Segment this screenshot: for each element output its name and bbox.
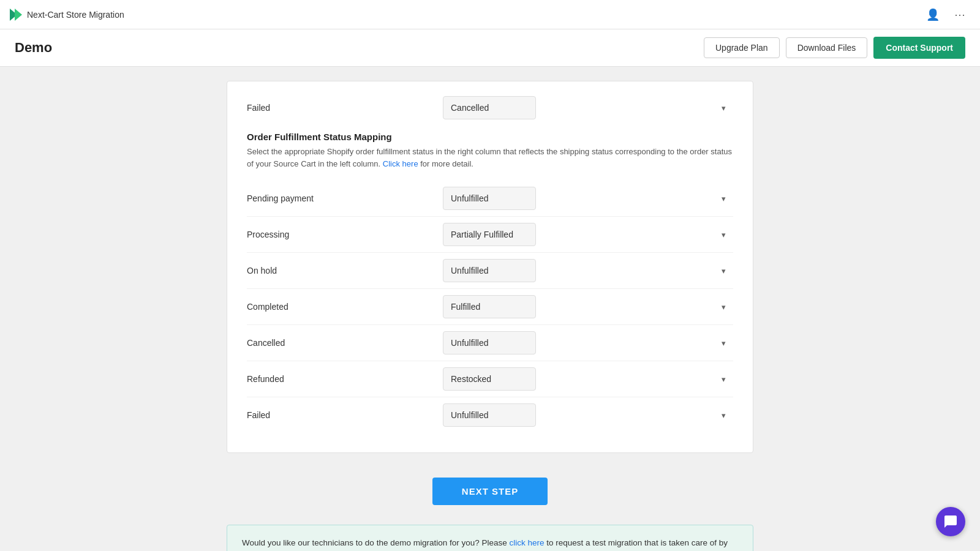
mapping-select-wrapper-pending-payment: Unfulfilled Partially Fulfilled Fulfille…	[443, 187, 733, 210]
fulfillment-section-header: Order Fulfillment Status Mapping Select …	[247, 132, 733, 170]
click-here-link-2[interactable]: click here	[510, 538, 545, 547]
info-banner: Would you like our technicians to do the…	[227, 525, 753, 551]
mapping-label-pending-payment: Pending payment	[247, 193, 443, 203]
app-name: Next-Cart Store Migration	[27, 10, 124, 20]
mapping-select-processing[interactable]: Unfulfilled Partially Fulfilled Fulfille…	[443, 223, 536, 246]
svg-marker-1	[15, 9, 22, 21]
fulfillment-section-title: Order Fulfillment Status Mapping	[247, 132, 733, 142]
failed-top-row: Failed Unfulfilled Partially Fulfilled F…	[247, 96, 733, 119]
mapping-select-refunded[interactable]: Unfulfilled Partially Fulfilled Fulfille…	[443, 367, 536, 391]
click-here-link[interactable]: Click here	[383, 159, 418, 168]
mapping-select-cancelled[interactable]: Unfulfilled Partially Fulfilled Fulfille…	[443, 331, 536, 354]
topbar: Next-Cart Store Migration 👤 ⋯	[0, 0, 980, 29]
mapping-label-refunded: Refunded	[247, 374, 443, 384]
next-step-area: NEXT STEP	[0, 478, 980, 505]
mapping-select-wrapper-on-hold: Unfulfilled Partially Fulfilled Fulfille…	[443, 259, 733, 282]
mapping-row-refunded: Refunded Unfulfilled Partially Fulfilled…	[247, 361, 733, 397]
app-logo: Next-Cart Store Migration	[10, 9, 124, 21]
mapping-row-processing: Processing Unfulfilled Partially Fulfill…	[247, 217, 733, 253]
mapping-select-wrapper-cancelled: Unfulfilled Partially Fulfilled Fulfille…	[443, 331, 733, 354]
mapping-row-on-hold: On hold Unfulfilled Partially Fulfilled …	[247, 253, 733, 289]
mapping-label-processing: Processing	[247, 230, 443, 239]
mapping-row-cancelled: Cancelled Unfulfilled Partially Fulfille…	[247, 325, 733, 361]
mapping-rows: Pending payment Unfulfilled Partially Fu…	[247, 181, 733, 433]
next-step-button[interactable]: NEXT STEP	[432, 478, 548, 505]
mapping-row-failed: Failed Unfulfilled Partially Fulfilled F…	[247, 397, 733, 433]
mapping-row-completed: Completed Unfulfilled Partially Fulfille…	[247, 289, 733, 325]
page-header: Demo Upgrade Plan Download Files Contact…	[0, 29, 980, 67]
failed-top-select-wrapper: Unfulfilled Partially Fulfilled Fulfille…	[443, 96, 733, 119]
mapping-label-failed: Failed	[247, 410, 443, 420]
main-content: Failed Unfulfilled Partially Fulfilled F…	[0, 66, 980, 551]
mapping-select-wrapper-failed: Unfulfilled Partially Fulfilled Fulfille…	[443, 403, 733, 427]
mapping-label-cancelled: Cancelled	[247, 338, 443, 348]
fulfillment-section-desc: Select the appropriate Shopify order ful…	[247, 146, 733, 170]
mapping-select-on-hold[interactable]: Unfulfilled Partially Fulfilled Fulfille…	[443, 259, 536, 282]
mapping-label-on-hold: On hold	[247, 266, 443, 276]
logo-icon	[10, 9, 22, 21]
header-buttons: Upgrade Plan Download Files Contact Supp…	[704, 37, 965, 59]
topbar-actions: 👤 ⋯	[921, 6, 970, 24]
mapping-select-failed[interactable]: Unfulfilled Partially Fulfilled Fulfille…	[443, 403, 536, 427]
download-files-button[interactable]: Download Files	[786, 37, 868, 58]
content-card: Failed Unfulfilled Partially Fulfilled F…	[227, 81, 753, 453]
failed-top-label: Failed	[247, 103, 443, 113]
user-icon-button[interactable]: 👤	[921, 6, 944, 24]
page-title: Demo	[15, 40, 52, 56]
more-options-button[interactable]: ⋯	[949, 6, 970, 24]
mapping-select-wrapper-completed: Unfulfilled Partially Fulfilled Fulfille…	[443, 295, 733, 318]
mapping-select-wrapper-processing: Unfulfilled Partially Fulfilled Fulfille…	[443, 223, 733, 246]
mapping-select-pending-payment[interactable]: Unfulfilled Partially Fulfilled Fulfille…	[443, 187, 536, 210]
upgrade-plan-button[interactable]: Upgrade Plan	[704, 37, 780, 58]
failed-top-select[interactable]: Unfulfilled Partially Fulfilled Fulfille…	[443, 96, 536, 119]
contact-support-button[interactable]: Contact Support	[873, 37, 965, 59]
mapping-row-pending-payment: Pending payment Unfulfilled Partially Fu…	[247, 181, 733, 217]
chat-icon	[943, 514, 958, 529]
mapping-label-completed: Completed	[247, 302, 443, 312]
mapping-select-completed[interactable]: Unfulfilled Partially Fulfilled Fulfille…	[443, 295, 536, 318]
chat-bubble-button[interactable]	[936, 507, 965, 536]
mapping-select-wrapper-refunded: Unfulfilled Partially Fulfilled Fulfille…	[443, 367, 733, 391]
info-line-1: Would you like our technicians to do the…	[242, 536, 738, 551]
